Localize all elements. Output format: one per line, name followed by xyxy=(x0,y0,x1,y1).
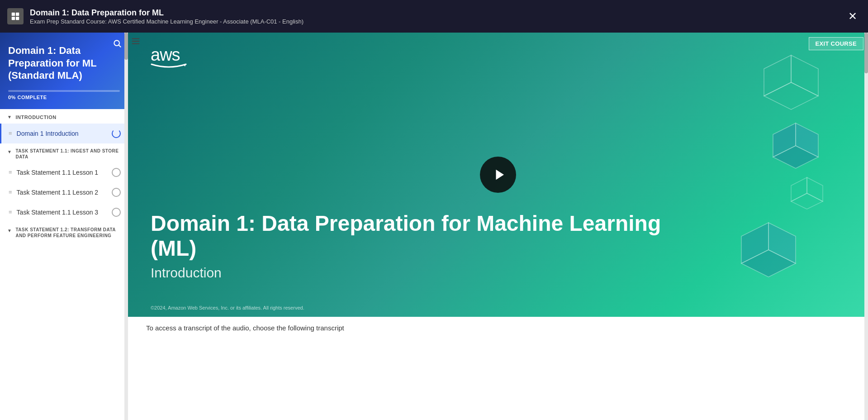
svg-marker-12 xyxy=(764,82,818,110)
nav-item-domain1-intro[interactable]: ≡ Domain 1 Introduction xyxy=(0,124,128,143)
svg-point-4 xyxy=(114,40,119,46)
sidebar-course-title: Domain 1: Data Preparation for ML (Stand… xyxy=(8,44,120,82)
content-scrollbar-thumb xyxy=(864,33,868,73)
top-bar: Domain 1: Data Preparation for ML Exam P… xyxy=(0,0,868,33)
svg-marker-21 xyxy=(791,193,823,209)
arrow-icon: ▼ xyxy=(7,115,12,119)
aws-logo-text: aws xyxy=(151,46,187,63)
content-area: EXIT COURSE aws xyxy=(128,33,868,420)
arrow-icon: ▼ xyxy=(7,149,12,155)
aws-logo: aws xyxy=(151,46,187,72)
svg-rect-3 xyxy=(16,17,19,20)
sidebar-scrollbar-thumb xyxy=(124,33,128,60)
search-icon[interactable] xyxy=(113,39,122,50)
progress-bar-container: 0% COMPLETE xyxy=(8,90,120,100)
nav-item-ts11-l1[interactable]: ≡ Task Statement 1.1 Lesson 1 xyxy=(0,162,128,182)
section-introduction[interactable]: ▼ INTRODUCTION xyxy=(0,109,128,124)
status-circle-loading xyxy=(112,129,121,138)
status-circle-empty xyxy=(112,208,121,217)
arrow-icon: ▼ xyxy=(7,228,12,234)
nav-item-label: Domain 1 Introduction xyxy=(17,130,108,137)
svg-rect-0 xyxy=(12,13,15,16)
play-button[interactable] xyxy=(480,157,516,193)
svg-marker-10 xyxy=(791,55,818,96)
window-title: Domain 1: Data Preparation for ML xyxy=(30,8,304,18)
nav-item-ts11-l2[interactable]: ≡ Task Statement 1.1 Lesson 2 xyxy=(0,182,128,202)
sidebar-header: Domain 1: Data Preparation for ML (Stand… xyxy=(0,33,128,109)
progress-bar-track xyxy=(8,90,120,92)
nav-item-label: Task Statement 1.1 Lesson 3 xyxy=(17,209,108,216)
sidebar: Domain 1: Data Preparation for ML (Stand… xyxy=(0,33,128,420)
video-sub-title: Introduction xyxy=(151,265,710,281)
section-task-1-2[interactable]: ▼ TASK STATEMENT 1.2: TRANSFORM DATA AND… xyxy=(0,222,128,241)
status-circle-empty xyxy=(112,188,121,197)
top-bar-titles: Domain 1: Data Preparation for ML Exam P… xyxy=(30,8,304,25)
content-scrollbar[interactable] xyxy=(864,33,868,420)
transcript-area: To access a transcript of the audio, cho… xyxy=(128,317,868,339)
nav-item-ts11-l3[interactable]: ≡ Task Statement 1.1 Lesson 3 xyxy=(0,202,128,222)
drag-icon: ≡ xyxy=(9,130,12,137)
svg-marker-20 xyxy=(791,177,807,201)
svg-rect-2 xyxy=(12,17,15,20)
menu-toggle-button[interactable] xyxy=(131,36,141,49)
svg-marker-22 xyxy=(496,170,504,180)
video-copyright: ©2024, Amazon Web Services, Inc. or its … xyxy=(151,305,304,310)
video-text-overlay: Domain 1: Data Preparation for Machine L… xyxy=(151,211,710,281)
close-button[interactable]: ✕ xyxy=(844,8,861,24)
exit-course-button[interactable]: EXIT COURSE xyxy=(809,37,863,50)
drag-icon: ≡ xyxy=(9,189,12,196)
drag-icon: ≡ xyxy=(9,209,12,215)
sidebar-nav: ▼ INTRODUCTION ≡ Domain 1 Introduction ▼… xyxy=(0,109,128,420)
section-label: INTRODUCTION xyxy=(15,115,56,120)
svg-line-5 xyxy=(119,45,121,48)
status-circle-empty xyxy=(112,168,121,177)
boxes-decoration xyxy=(719,51,845,300)
svg-marker-19 xyxy=(807,177,823,201)
section-task-1-1[interactable]: ▼ TASK STATEMENT 1.1: INGEST AND STORE D… xyxy=(0,143,128,162)
transcript-text: To access a transcript of the audio, cho… xyxy=(146,324,344,332)
svg-rect-1 xyxy=(16,13,19,16)
progress-label: 0% COMPLETE xyxy=(8,95,120,100)
app-icon xyxy=(7,8,24,24)
video-main-title: Domain 1: Data Preparation for Machine L… xyxy=(151,211,710,261)
section-label: TASK STATEMENT 1.1: INGEST AND STORE DAT… xyxy=(15,148,121,160)
window-subtitle: Exam Prep Standard Course: AWS Certified… xyxy=(30,18,304,25)
aws-smile-icon xyxy=(151,63,187,70)
video-container: EXIT COURSE aws xyxy=(128,33,868,317)
main-layout: Domain 1: Data Preparation for ML (Stand… xyxy=(0,33,868,420)
nav-item-label: Task Statement 1.1 Lesson 2 xyxy=(17,189,108,196)
svg-marker-11 xyxy=(764,55,791,96)
drag-icon: ≡ xyxy=(9,169,12,176)
section-label: TASK STATEMENT 1.2: TRANSFORM DATA AND P… xyxy=(15,227,121,239)
sidebar-scrollbar[interactable] xyxy=(124,33,128,420)
nav-item-label: Task Statement 1.1 Lesson 1 xyxy=(17,169,108,176)
